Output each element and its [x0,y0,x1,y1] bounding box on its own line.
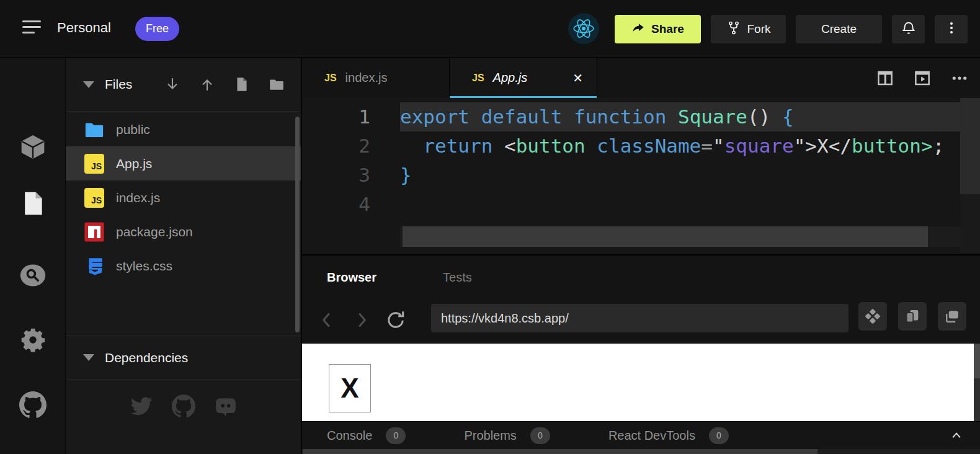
new-folder-icon[interactable] [269,76,285,92]
top-header: Personal Free Share Fork [0,0,980,58]
open-in-new-window-button[interactable] [938,302,966,331]
file-name: App.js [116,156,152,171]
files-actions [164,58,285,111]
devtools-scrollbar[interactable] [302,449,980,454]
preview-panel: BrowserTests https://vkd4n8.csb.app/ [302,254,980,454]
rail-item-search[interactable] [19,262,47,291]
preview-scrollbar[interactable] [974,344,980,421]
twitter-icon [130,394,153,418]
devtools-label: Problems [464,429,516,443]
file-item-index.js[interactable]: JSindex.js [66,180,301,215]
fork-label: Fork [747,22,771,36]
refresh-icon[interactable] [385,309,407,331]
code-line-4[interactable]: 4 [302,190,980,219]
discord-link[interactable] [214,394,238,418]
close-tab-icon[interactable]: ✕ [572,71,583,86]
discord-icon [214,394,238,418]
react-logo-icon [568,13,599,44]
square-button[interactable]: X [329,364,371,412]
code-line-1[interactable]: 1export default function Square() { [302,102,980,131]
download-icon[interactable] [164,76,180,92]
code-editor[interactable]: 1export default function Square() {2 ret… [302,98,980,253]
upload-icon[interactable] [199,76,215,92]
files-section-title: Files [105,77,132,92]
rail-item-settings[interactable] [19,327,47,355]
file-item-public[interactable]: public [66,112,301,146]
editor-horizontal-scrollbar[interactable] [400,226,960,247]
explorer-scrollbar[interactable] [295,117,300,332]
code-line-3[interactable]: 3} [302,161,980,190]
popout-icon [943,308,961,325]
preview-tab-tests[interactable]: Tests [443,270,472,285]
file-name: index.js [116,190,160,205]
file-item-styles.css[interactable]: styles.css [66,249,301,283]
cube-icon [19,133,47,163]
rail-item-github[interactable] [19,392,47,421]
search-icon [19,262,47,292]
file-item-App.js[interactable]: JSApp.js [66,146,301,180]
file-name: public [116,122,150,137]
devtools-item-console[interactable]: Console0 [327,427,406,444]
twitter-link[interactable] [130,394,153,418]
file-icon [19,190,47,220]
forward-icon[interactable] [350,309,373,331]
code-text: export default function Square() { [400,102,960,131]
notifications-button[interactable] [892,15,925,43]
create-button[interactable]: Create [796,15,882,43]
kebab-menu-icon [944,20,959,38]
github-icon [19,391,47,421]
dependencies-section-header[interactable]: Dependencies [66,336,301,380]
rail-item-sandbox[interactable] [19,134,47,162]
social-links [66,394,301,418]
url-input[interactable]: https://vkd4n8.csb.app/ [431,304,849,332]
browser-nav-bar: https://vkd4n8.csb.app/ [302,299,980,344]
ellipsis-icon[interactable] [950,69,969,87]
count-badge: 0 [386,427,406,444]
workspace-name[interactable]: Personal [57,20,111,36]
menu-icon[interactable] [22,20,42,37]
chevron-down-icon [83,354,94,361]
plan-badge: Free [135,17,179,41]
split-view-icon[interactable] [876,69,894,87]
preview-tab-browser[interactable]: Browser [327,270,376,285]
share-button[interactable]: Share [615,15,701,43]
js-file-icon: JS [84,187,105,208]
browser-preview-frame: X [302,344,974,421]
back-icon[interactable] [316,309,338,331]
line-number: 3 [302,161,400,190]
more-options-button[interactable] [935,15,968,43]
activity-bar [0,58,65,454]
files-section-header[interactable]: Files [66,58,301,112]
devtools-item-problems[interactable]: Problems0 [464,427,550,444]
file-name: styles.css [116,259,172,274]
diamonds-icon [864,308,881,325]
gear-icon [19,326,47,356]
editor-column: JSindex.jsJSApp.js✕ 1export default func… [301,58,980,454]
js-file-icon: JS [324,73,337,84]
count-badge: 0 [530,427,550,444]
npm-icon [84,221,105,243]
chevron-up-icon[interactable] [950,429,963,442]
preview-tab-bar: BrowserTests [302,256,980,299]
chevron-down-icon [83,81,94,88]
devtools-label: Console [327,429,372,443]
folder-icon [84,119,105,140]
code-line-2[interactable]: 2 return <button className="square">X</b… [302,131,980,161]
editor-vertical-scrollbar[interactable] [960,98,980,253]
count-badge: 0 [709,427,729,444]
duplicate-preview-button[interactable] [898,302,927,331]
fork-button[interactable]: Fork [711,15,786,43]
new-file-icon[interactable] [234,76,250,92]
devtools-item-react-devtools[interactable]: React DevTools0 [608,427,729,444]
editor-tab-index.js[interactable]: JSindex.js [302,58,450,98]
preview-toggle-icon[interactable] [913,69,932,87]
preview-settings-button[interactable] [858,302,887,331]
rail-item-explorer[interactable] [19,190,47,219]
copy-pages-icon [904,308,921,325]
file-name: package.json [116,225,193,239]
line-number: 2 [302,131,400,161]
file-item-package.json[interactable]: package.json [66,215,301,249]
editor-tab-App.js[interactable]: JSApp.js✕ [450,58,597,98]
file-explorer: Files publicJSApp.jsJSindex.jspackage.js… [65,58,301,454]
github-social-link[interactable] [172,394,195,418]
